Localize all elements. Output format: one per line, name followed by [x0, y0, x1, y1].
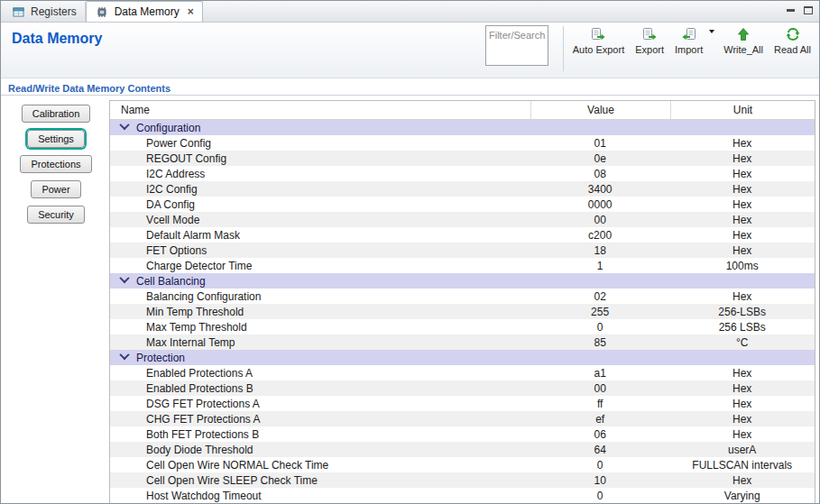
- table-group-row[interactable]: Configuration: [110, 120, 815, 135]
- table-row[interactable]: Max Temp Threshold 0 256 LSBs: [110, 319, 815, 334]
- table-row[interactable]: Host Watchdog Timeout 0 Varying: [110, 488, 815, 503]
- cell-unit: Varying: [669, 490, 815, 502]
- table-row[interactable]: Body Diode Threshold 64 userA: [110, 442, 815, 457]
- table-row[interactable]: I2C Config 3400 Hex: [110, 181, 815, 197]
- cell-unit: FULLSCAN intervals: [669, 459, 815, 472]
- cell-name: DSG FET Protections A: [110, 398, 530, 410]
- chevron-down-icon[interactable]: [119, 352, 129, 361]
- table-row[interactable]: DA Config 0000 Hex: [110, 197, 815, 212]
- cell-value[interactable]: 18: [530, 244, 670, 257]
- subheader: Read/Write Data Memory Contents: [1, 78, 819, 96]
- table-row[interactable]: Cell Open Wire NORMAL Check Time 0 FULLS…: [110, 457, 815, 472]
- cell-name: Enabled Protections B: [110, 382, 530, 395]
- chevron-down-icon[interactable]: [119, 275, 129, 284]
- table-row[interactable]: Max Internal Temp 85 °C: [110, 334, 815, 350]
- cell-name: I2C Address: [110, 168, 530, 180]
- table-row[interactable]: Charge Detector Time 1 100ms: [110, 258, 815, 273]
- auto-export-icon: [591, 27, 606, 41]
- cell-value[interactable]: 08: [530, 168, 670, 180]
- cell-unit: Hex: [669, 474, 815, 487]
- table-row[interactable]: Default Alarm Mask c200 Hex: [110, 227, 815, 243]
- table-row[interactable]: Power Config 01 Hex: [110, 135, 815, 151]
- cell-value[interactable]: 0: [530, 321, 670, 334]
- cell-value[interactable]: 06: [530, 428, 670, 441]
- cell-value[interactable]: ef: [530, 413, 670, 426]
- cell-value[interactable]: 85: [530, 336, 670, 349]
- table-group-row[interactable]: Cell Balancing: [110, 273, 815, 289]
- cell-unit: Hex: [669, 214, 815, 226]
- export-label: Export: [635, 44, 664, 55]
- cell-value[interactable]: c200: [530, 229, 670, 242]
- table-row[interactable]: CHG FET Protections A ef Hex: [110, 411, 815, 426]
- table-row[interactable]: Vcell Mode 00 Hex: [110, 212, 815, 227]
- cell-value[interactable]: 255: [530, 306, 670, 318]
- cell-value[interactable]: 02: [530, 290, 670, 303]
- sidebar-item-settings[interactable]: Settings: [27, 130, 85, 148]
- chevron-down-icon[interactable]: [119, 122, 129, 131]
- cell-unit: 256 LSBs: [669, 321, 815, 334]
- registers-icon: [11, 5, 26, 19]
- write-all-button[interactable]: Write_All: [718, 24, 769, 55]
- export-button[interactable]: Export: [630, 24, 669, 55]
- cell-value[interactable]: 10: [530, 474, 670, 487]
- cell-name: Charge Detector Time: [110, 260, 530, 272]
- cell-value[interactable]: 0: [530, 490, 670, 502]
- cell-name: Default Alarm Mask: [110, 229, 530, 242]
- table-row[interactable]: Enabled Protections B 00 Hex: [110, 380, 815, 396]
- import-dropdown-icon[interactable]: [709, 30, 714, 33]
- cell-unit: Hex: [669, 168, 815, 180]
- import-button[interactable]: Import: [669, 24, 708, 55]
- cell-value[interactable]: 00: [530, 214, 670, 226]
- cell-value[interactable]: 64: [530, 444, 670, 456]
- cell-unit: 256-LSBs: [669, 306, 815, 318]
- cell-value[interactable]: 0e: [530, 152, 670, 165]
- close-tab-icon[interactable]: ×: [188, 6, 194, 17]
- sidebar-item-security[interactable]: Security: [27, 206, 85, 224]
- tab-label: Registers: [31, 5, 77, 18]
- cell-name: Power Config: [110, 137, 530, 150]
- group-label: Configuration: [136, 122, 200, 134]
- cell-unit: Hex: [669, 137, 815, 150]
- auto-export-button[interactable]: Auto Export: [567, 24, 630, 55]
- cell-value[interactable]: ff: [530, 398, 670, 410]
- column-header-value[interactable]: Value: [531, 101, 671, 119]
- export-icon: [642, 27, 658, 41]
- cell-value[interactable]: 3400: [530, 183, 670, 196]
- data-memory-table: Name Value Unit Configuration Power Conf…: [109, 100, 815, 503]
- cell-value[interactable]: 0: [530, 459, 670, 472]
- tab-registers[interactable]: Registers: [3, 2, 86, 22]
- tab-data-memory[interactable]: Data Memory ×: [86, 1, 203, 22]
- table-row[interactable]: Both FET Protections B 06 Hex: [110, 426, 815, 442]
- table-row[interactable]: REGOUT Config 0e Hex: [110, 151, 815, 166]
- read-all-button[interactable]: Read All: [769, 24, 816, 55]
- table-row[interactable]: DSG FET Protections A ff Hex: [110, 396, 815, 411]
- sidebar-item-calibration[interactable]: Calibration: [22, 105, 91, 123]
- table-row[interactable]: Enabled Protections A a1 Hex: [110, 365, 815, 380]
- cell-value[interactable]: 00: [530, 382, 670, 395]
- column-header-name[interactable]: Name: [110, 101, 531, 119]
- subheader-label: Read/Write Data Memory Contents: [8, 83, 170, 94]
- cell-unit: Hex: [669, 244, 815, 257]
- cell-unit: Hex: [669, 183, 815, 196]
- table-group-row[interactable]: Protection: [110, 350, 815, 365]
- cell-value[interactable]: a1: [530, 367, 670, 380]
- table-row[interactable]: Cell Open Wire SLEEP Check Time 10 Hex: [110, 472, 815, 488]
- cell-value[interactable]: 1: [530, 260, 670, 272]
- cell-name: CHG FET Protections A: [110, 413, 530, 426]
- column-header-unit[interactable]: Unit: [671, 101, 815, 119]
- table-row[interactable]: I2C Address 08 Hex: [110, 166, 815, 181]
- filter-search-box: [485, 25, 548, 66]
- sidebar-item-power[interactable]: Power: [31, 180, 80, 198]
- tab-label: Data Memory: [115, 5, 180, 18]
- sidebar-item-protections[interactable]: Protections: [20, 155, 91, 173]
- table-row[interactable]: FET Options 18 Hex: [110, 243, 815, 258]
- filter-search-input[interactable]: [486, 28, 548, 67]
- table-row[interactable]: Min Temp Threshold 255 256-LSBs: [110, 304, 815, 319]
- cell-name: Body Diode Threshold: [110, 444, 530, 456]
- table-row[interactable]: Balancing Configuration 02 Hex: [110, 289, 815, 304]
- cell-value[interactable]: 0000: [530, 198, 670, 211]
- cell-value[interactable]: 01: [530, 137, 670, 150]
- data-memory-icon: [95, 5, 110, 19]
- maximize-icon[interactable]: [804, 6, 813, 14]
- minimize-icon[interactable]: [787, 9, 795, 12]
